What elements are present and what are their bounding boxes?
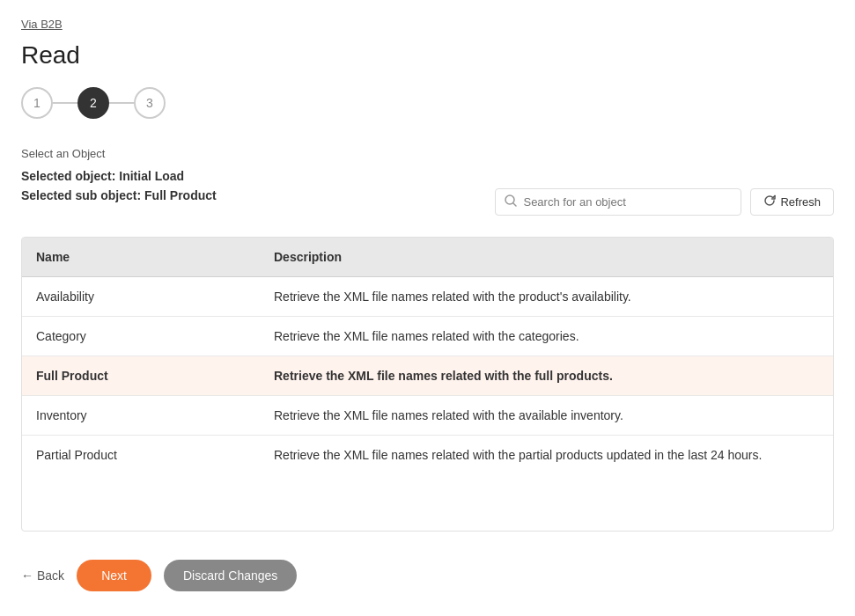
step-1[interactable]: 1 [21, 87, 53, 119]
selected-object-label: Selected object: [21, 169, 115, 183]
search-input[interactable] [523, 195, 732, 209]
table-cell-description: Retrieve the XML file names related with… [260, 317, 833, 356]
search-box[interactable] [495, 188, 741, 216]
back-label: Back [37, 568, 64, 583]
selected-sub-object-label: Selected sub object: [21, 188, 141, 202]
refresh-button[interactable]: Refresh [750, 188, 834, 216]
footer-actions: ← Back Next Discard Changes [21, 549, 834, 598]
col-header-name: Name [22, 238, 260, 277]
selected-object-value: Initial Load [119, 169, 184, 183]
table-cell-name: Partial Product [22, 436, 260, 475]
section-label: Select an Object [21, 147, 834, 160]
step-3[interactable]: 3 [134, 87, 166, 119]
discard-button[interactable]: Discard Changes [164, 560, 297, 591]
table-header-row: Name Description [22, 238, 833, 277]
back-arrow-icon: ← [21, 568, 33, 583]
refresh-label: Refresh [780, 195, 821, 209]
col-header-description: Description [260, 238, 833, 277]
table-cell-name: Category [22, 317, 260, 356]
table-cell-name: Inventory [22, 396, 260, 436]
svg-line-1 [513, 203, 516, 206]
search-icon [505, 194, 517, 209]
table-row[interactable]: CategoryRetrieve the XML file names rela… [22, 317, 833, 356]
selected-object-info: Selected object: Initial Load [21, 169, 834, 183]
table-cell-description: Retrieve the XML file names related with… [260, 436, 833, 475]
selected-sub-object-value: Full Product [144, 188, 217, 202]
table-row[interactable]: AvailabilityRetrieve the XML file names … [22, 277, 833, 317]
table-cell-description: Retrieve the XML file names related with… [260, 277, 833, 317]
table-cell-description: Retrieve the XML file names related with… [260, 396, 833, 436]
table-cell-description: Retrieve the XML file names related with… [260, 356, 833, 396]
page-title: Read [21, 41, 834, 70]
table-cell-name: Availability [22, 277, 260, 317]
refresh-icon [763, 194, 776, 209]
table-row[interactable]: Full ProductRetrieve the XML file names … [22, 356, 833, 396]
object-table: Name Description AvailabilityRetrieve th… [22, 238, 833, 474]
next-button[interactable]: Next [77, 560, 151, 591]
object-table-wrap: Name Description AvailabilityRetrieve th… [21, 237, 834, 532]
step-connector-1 [53, 102, 77, 104]
selected-sub-object-info: Selected sub object: Full Product [21, 188, 217, 202]
step-2[interactable]: 2 [77, 87, 109, 119]
step-connector-2 [109, 102, 134, 104]
stepper: 1 2 3 [21, 87, 834, 119]
back-button[interactable]: ← Back [21, 568, 64, 583]
table-row[interactable]: InventoryRetrieve the XML file names rel… [22, 396, 833, 436]
table-row[interactable]: Partial ProductRetrieve the XML file nam… [22, 436, 833, 475]
table-cell-name: Full Product [22, 356, 260, 396]
breadcrumb[interactable]: Via B2B [21, 18, 834, 31]
